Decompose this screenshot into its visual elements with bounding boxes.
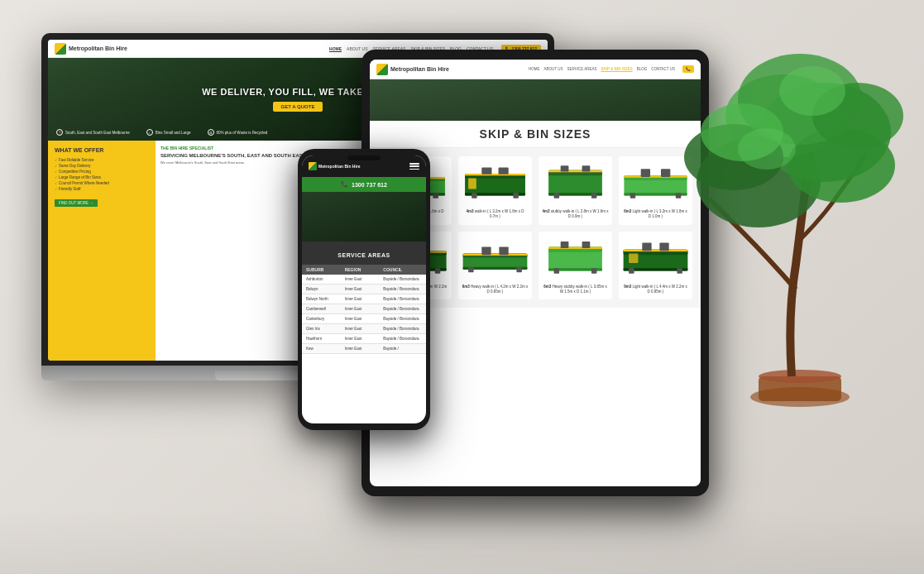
laptop-logo: Metropolitan Bin Hire [55, 43, 127, 55]
tablet-nav-skip[interactable]: SKIP & BIN SIZES [601, 67, 632, 71]
laptop-logo-text: Metropolitan Bin Hire [69, 45, 127, 51]
svg-rect-13 [465, 174, 525, 175]
tablet-bin-7-desc: 6m3 Heavy stubby walk-in ( L 3.65m x W 1… [542, 285, 609, 295]
tablet-nav-about[interactable]: ABOUT US [544, 67, 563, 71]
phone-row-4: Camberwell Inner East Bayside / Boroonda… [302, 304, 426, 314]
tablet-bin-6-image [462, 237, 529, 278]
tablet-logo-text: Metropolitan Bin Hire [390, 66, 449, 72]
tablet-page-title: SKIP & BIN SIZES [380, 127, 691, 141]
svg-rect-15 [481, 168, 491, 175]
tablet-hero [370, 79, 701, 121]
phone-notch [347, 155, 381, 160]
tablet-bin-2-image [462, 161, 529, 203]
svg-rect-4 [433, 193, 438, 198]
tablet-bin-7-image [542, 237, 609, 278]
phone-sa-header: SERVICE AREAS [302, 242, 426, 265]
laptop-cta-button[interactable]: GET A QUOTE [273, 102, 323, 112]
tablet-bin-6-desc: 6m3 Heavy walk-in ( L 4.2m x W 2.2m x D … [462, 285, 529, 295]
tablet-nav-service[interactable]: SERVICE AREAS [567, 67, 597, 71]
phone-device: Metropolitan Bin Hire 📞 1300 737 612 SER… [298, 149, 430, 430]
svg-rect-22 [548, 170, 602, 172]
svg-rect-23 [561, 165, 569, 171]
phone-hero [302, 192, 426, 242]
laptop-wwo-item-4: Large Range of Bin Sizes [55, 175, 149, 179]
phone-row-2: Balwyn Inner East Bayside / Boroondara [302, 285, 426, 294]
laptop-wwo-item-2: Same Day Delivery [55, 164, 149, 168]
tablet-bin-6: 6m3 Heavy walk-in ( L 4.2m x W 2.2m x D … [458, 232, 532, 300]
phone-row-8: Kew Inner East Bayside / [302, 344, 426, 354]
bonsai-svg [659, 0, 924, 414]
laptop-badge-2: ✓ Bins Small and Large [146, 129, 191, 136]
laptop-find-out-button[interactable]: FIND OUT MORE → [55, 199, 98, 207]
svg-rect-49 [499, 246, 508, 255]
laptop-badge-1: 📍 South, East and South East Melbourne [56, 129, 130, 136]
svg-point-78 [779, 66, 845, 116]
svg-rect-57 [582, 242, 591, 248]
svg-rect-65 [642, 242, 651, 251]
svg-rect-45 [468, 266, 473, 271]
laptop-wwo-list: Fast Reliable Service Same Day Delivery … [55, 158, 149, 191]
svg-rect-48 [481, 246, 491, 255]
laptop-hero-badges: 📍 South, East and South East Melbourne ✓… [56, 129, 267, 136]
svg-rect-53 [554, 268, 559, 273]
phone-call-icon: 📞 [341, 181, 348, 188]
phone-row-3: Balwyn North Inner East Bayside / Boroon… [302, 294, 426, 304]
tablet-nav: Metropolitan Bin Hire HOME ABOUT US SERV… [370, 60, 701, 79]
phone-th-suburb: SUBURB [306, 267, 345, 272]
bonsai-decoration [659, 0, 924, 414]
svg-rect-20 [554, 193, 559, 198]
laptop-wwo-item-3: Competitive Pricing [55, 170, 149, 174]
phone-number: 1300 737 612 [352, 182, 387, 188]
laptop-badge-icon-2: ✓ [146, 129, 153, 136]
svg-rect-12 [513, 193, 518, 198]
laptop-wwo-item-6: Friendly Staff [55, 187, 149, 191]
svg-rect-24 [582, 165, 591, 171]
laptop-logo-icon [55, 43, 66, 55]
laptop-wwo-item-5: Council Permit Where Needed [55, 181, 149, 185]
phone-logo-icon [309, 162, 317, 170]
tablet-nav-home[interactable]: HOME [529, 67, 540, 71]
svg-rect-46 [516, 266, 521, 271]
tablet-logo: Metropolitan Bin Hire [376, 64, 449, 75]
svg-rect-28 [630, 193, 635, 198]
tablet-bin-2: 4m3 walk-in ( L 3.2m x W 1.8m x D 0.7m ) [458, 156, 532, 225]
tablet-bin-3-image [542, 161, 609, 203]
laptop-badge-icon-3: ♻ [208, 129, 214, 136]
tablet-nav-blog[interactable]: BLOG [637, 67, 648, 71]
svg-rect-64 [629, 253, 638, 262]
tablet-logo-icon [376, 64, 388, 75]
phone-sa-title: SERVICE AREAS [338, 252, 390, 258]
laptop-badge-3: ♻ 80% plus of Waste is Recycled [208, 129, 268, 136]
tablet-bin-3-desc: 4m3 stubby walk-in ( L 2.8m x W 1.6m x D… [542, 209, 609, 220]
phone-logo: Metropolitan Bin Hire [309, 162, 361, 170]
svg-rect-37 [435, 268, 440, 273]
svg-rect-61 [629, 268, 634, 273]
tablet-bin-7: 6m3 Heavy stubby walk-in ( L 3.65m x W 1… [539, 232, 612, 300]
svg-point-79 [738, 128, 796, 170]
hamburger-line-2 [409, 165, 419, 167]
phone-screen: Metropolitan Bin Hire 📞 1300 737 612 SER… [302, 155, 426, 423]
svg-rect-11 [472, 193, 476, 198]
phone-row-7: Hawthorn Inner East Bayside / Boroondara [302, 334, 426, 344]
phone-hamburger-menu[interactable] [409, 163, 419, 170]
tablet-bin-2-desc: 4m3 walk-in ( L 3.2m x W 1.8m x D 0.7m ) [462, 209, 529, 220]
svg-rect-56 [561, 242, 569, 248]
hamburger-line-3 [409, 169, 419, 170]
phone-th-region: REGION [345, 267, 384, 272]
svg-rect-31 [641, 169, 650, 177]
phone-row-1: Ashburton Inner East Bayside / Boroondar… [302, 275, 426, 285]
svg-rect-55 [548, 246, 602, 248]
laptop-wwo-item-1: Fast Reliable Service [55, 158, 149, 162]
phone-row-6: Glen Iris Inner East Bayside / Boroondar… [302, 324, 426, 334]
tablet-bin-3: 4m3 stubby walk-in ( L 2.8m x W 1.6m x D… [539, 156, 612, 225]
tablet-page-title-bar: SKIP & BIN SIZES [370, 121, 701, 148]
phone-table-header: SUBURB REGION COUNCIL [302, 265, 426, 275]
svg-rect-21 [591, 193, 596, 198]
laptop-nav-home[interactable]: HOME [329, 46, 342, 51]
phone-logo-text: Metropolitan Bin Hire [318, 164, 361, 169]
laptop-what-we-offer: WHAT WE OFFER Fast Reliable Service Same… [48, 141, 156, 361]
svg-point-69 [759, 370, 841, 383]
phone-call-bar[interactable]: 📞 1300 737 612 [302, 177, 426, 192]
phone-outer: Metropolitan Bin Hire 📞 1300 737 612 SER… [298, 149, 430, 430]
svg-rect-14 [468, 179, 476, 189]
